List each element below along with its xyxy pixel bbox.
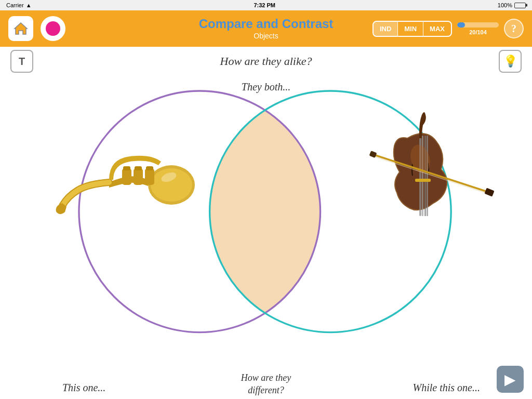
svg-rect-11 — [123, 166, 130, 170]
progress-bar-container — [457, 22, 499, 28]
app-subtitle: Objects — [199, 32, 334, 41]
svg-rect-24 — [484, 188, 494, 196]
svg-rect-17 — [424, 136, 426, 216]
svg-rect-9 — [134, 168, 143, 185]
svg-rect-8 — [122, 168, 131, 185]
app-title: Compare and Contrast — [199, 17, 334, 32]
how-different-line2: different? — [248, 385, 284, 395]
battery-icon — [514, 3, 526, 8]
venn-diagram-area: They both... — [0, 76, 532, 357]
violin-svg — [345, 112, 501, 227]
how-different-line1: How are they — [241, 373, 291, 383]
text-icon: T — [19, 56, 25, 68]
svg-rect-18 — [427, 136, 428, 216]
progress-bar-fill — [457, 22, 465, 28]
text-button[interactable]: T — [10, 50, 33, 73]
app-header: Compare and Contrast Objects IND MIN MAX… — [0, 10, 532, 47]
mode-ind-button[interactable]: IND — [374, 22, 398, 36]
how-different-label: How are they different? — [241, 372, 291, 396]
mode-button-group: IND MIN MAX — [373, 21, 452, 37]
status-bar: Carrier ▲ 7:32 PM 100% — [0, 0, 532, 10]
main-content: T How are they alike? 💡 They both... — [0, 47, 532, 399]
lightbulb-icon: 💡 — [503, 55, 517, 68]
svg-rect-13 — [146, 166, 153, 170]
status-right: 100% — [498, 2, 526, 8]
trumpet-svg — [47, 128, 203, 221]
record-dot — [46, 21, 60, 36]
mode-min-button[interactable]: MIN — [398, 22, 423, 36]
this-one-label: This one... — [62, 382, 105, 394]
help-icon: ? — [511, 23, 516, 35]
violin-image — [340, 107, 506, 232]
svg-rect-12 — [135, 166, 142, 170]
mode-max-button[interactable]: MAX — [423, 22, 451, 36]
header-title-block: Compare and Contrast Objects — [199, 17, 334, 41]
svg-rect-19 — [415, 179, 431, 182]
svg-rect-10 — [145, 168, 154, 185]
progress-text: 20/104 — [469, 29, 487, 35]
hint-button[interactable]: 💡 — [499, 50, 522, 73]
bottom-labels: This one... How are they different? Whil… — [0, 357, 532, 399]
question-text: How are they alike? — [220, 55, 312, 68]
time-display: 7:32 PM — [254, 2, 275, 8]
header-left-controls — [8, 16, 65, 41]
record-button[interactable] — [41, 16, 65, 41]
they-both-text: They both... — [242, 81, 290, 93]
content-toolbar: T How are they alike? 💡 — [0, 47, 532, 76]
trumpet-image — [42, 117, 208, 232]
status-left: Carrier ▲ — [6, 2, 32, 8]
next-arrow-icon: ▶ — [504, 371, 516, 388]
wifi-icon: ▲ — [26, 2, 32, 8]
header-right-controls: IND MIN MAX 20/104 ? — [373, 19, 524, 38]
home-button[interactable] — [8, 16, 33, 41]
progress-block: 20/104 — [457, 22, 499, 35]
home-icon — [14, 22, 28, 35]
battery-percent: 100% — [498, 2, 512, 8]
carrier-label: Carrier — [6, 2, 24, 8]
help-button[interactable]: ? — [504, 19, 524, 38]
while-this-one-label: While this one... — [413, 382, 480, 394]
next-button[interactable]: ▶ — [497, 366, 524, 393]
svg-marker-0 — [15, 23, 27, 34]
